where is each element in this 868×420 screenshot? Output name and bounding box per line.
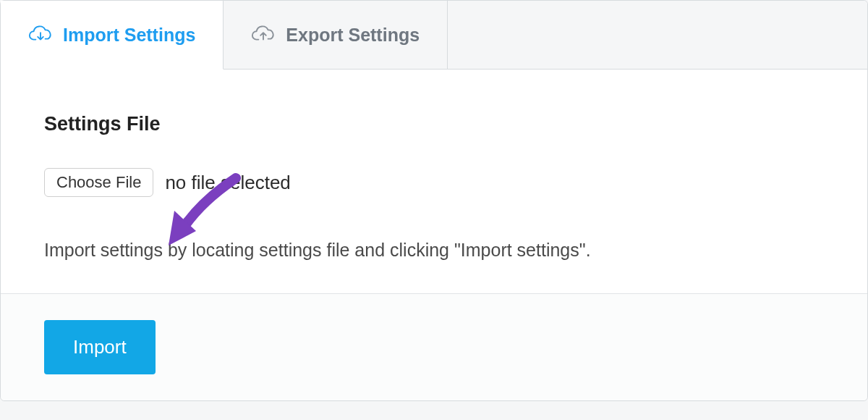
tab-export-settings[interactable]: Export Settings <box>224 1 448 70</box>
choose-file-button[interactable]: Choose File <box>44 168 153 197</box>
tab-import-settings[interactable]: Import Settings <box>1 1 224 70</box>
tab-export-label: Export Settings <box>286 25 420 46</box>
section-title: Settings File <box>44 113 824 135</box>
import-button[interactable]: Import <box>44 320 156 374</box>
tab-bar: Import Settings Export Settings <box>1 1 867 70</box>
file-input-row: Choose File no file selected <box>44 168 824 197</box>
help-text: Import settings by locating settings fil… <box>44 237 824 264</box>
tab-import-label: Import Settings <box>63 25 195 46</box>
panel-footer: Import <box>1 293 867 400</box>
tab-content: Settings File Choose File no file select… <box>1 70 867 293</box>
file-selected-status: no file selected <box>165 172 290 194</box>
tab-bar-spacer <box>448 1 867 70</box>
settings-panel: Import Settings Export Settings Settings… <box>0 0 868 401</box>
cloud-download-icon <box>28 25 53 44</box>
cloud-upload-icon <box>251 25 276 44</box>
